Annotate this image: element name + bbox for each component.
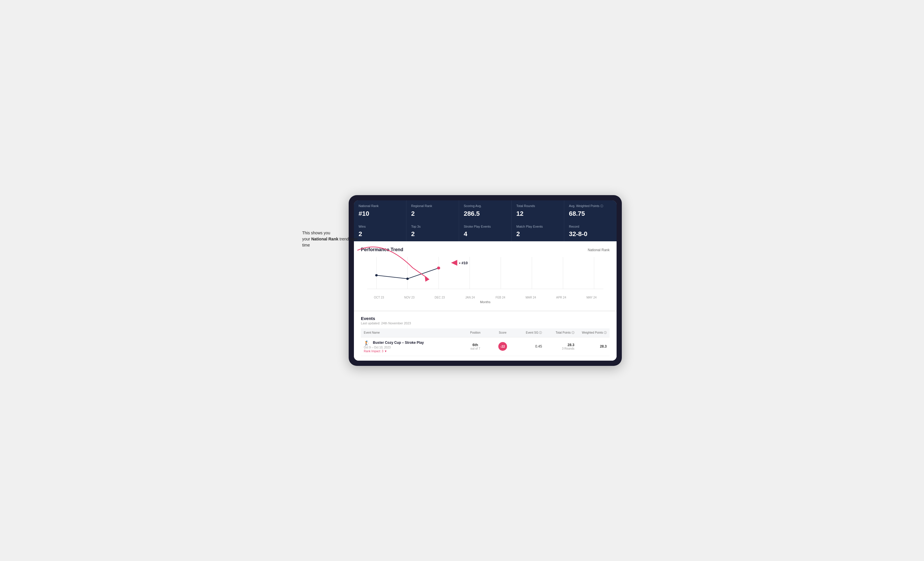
x-label-apr24: APR 24: [546, 296, 576, 299]
svg-text:• #10: • #10: [459, 261, 468, 265]
event-score-badge: -22: [498, 342, 507, 351]
stats-row-1: National Rank #10 Regional Rank 2 Scorin…: [354, 200, 616, 221]
stat-top3s: Top 3s 2: [406, 221, 459, 241]
col-header-score: Score: [490, 328, 515, 337]
events-subtitle: Last updated: 24th November 2023: [361, 322, 610, 325]
event-name: Buster Cozy Cup – Stroke Play: [373, 341, 424, 345]
col-header-event: Event Name: [361, 328, 460, 337]
col-header-weighted-points: Weighted Points ⓘ: [578, 328, 610, 337]
performance-title: Performance Trend: [361, 247, 403, 252]
event-position-cell: 6th out of 7: [460, 337, 490, 356]
x-label-feb24: FEB 24: [485, 296, 516, 299]
stats-row-2: Wins 2 Top 3s 2 Stroke Play Events 4 Mat…: [354, 221, 616, 241]
x-label-may24: MAY 24: [576, 296, 607, 299]
x-label-oct23: OCT 23: [364, 296, 394, 299]
info-icon: ⓘ: [600, 204, 603, 208]
performance-header: Performance Trend National Rank: [361, 247, 610, 252]
events-section: Events Last updated: 24th November 2023 …: [354, 311, 616, 361]
stat-scoring-avg: Scoring Avg. 286.5: [459, 200, 512, 221]
tablet-screen: National Rank #10 Regional Rank 2 Scorin…: [354, 200, 616, 361]
event-total-rounds: 3 Rounds: [548, 347, 574, 350]
event-total-points-cell: 28.3 3 Rounds: [545, 337, 577, 356]
stat-wins: Wins 2: [354, 221, 406, 241]
events-title: Events: [361, 316, 610, 321]
event-name-cell: 🏌️ Buster Cozy Cup – Stroke Play Oct 9 –…: [361, 337, 460, 356]
event-sg-cell: 0.45: [515, 337, 545, 356]
svg-point-10: [375, 274, 378, 277]
stat-national-rank: National Rank #10: [354, 200, 406, 221]
event-date: Oct 9 – Oct 10, 2023: [364, 346, 458, 349]
col-header-position: Position: [460, 328, 490, 337]
event-total-points: 28.3: [548, 343, 574, 347]
x-label-mar24: MAR 24: [516, 296, 546, 299]
stat-regional-rank: Regional Rank 2: [406, 200, 459, 221]
chart-x-labels: OCT 23 NOV 23 DEC 23 JAN 24 FEB 24 MAR 2…: [361, 296, 610, 299]
tablet-frame: National Rank #10 Regional Rank 2 Scorin…: [349, 195, 622, 366]
events-table: Event Name Position Score Event SG ⓘ Tot…: [361, 328, 610, 356]
chart-x-axis-title: Months: [361, 300, 610, 304]
performance-label: National Rank: [588, 248, 610, 252]
stat-avg-weighted-points: Avg. Weighted Points ⓘ 68.75: [564, 200, 616, 221]
stat-total-rounds: Total Rounds 12: [512, 200, 564, 221]
events-table-header-row: Event Name Position Score Event SG ⓘ Tot…: [361, 328, 610, 337]
event-weighted-points-cell: 28.3: [578, 337, 610, 356]
svg-point-11: [406, 278, 409, 280]
x-label-nov23: NOV 23: [394, 296, 425, 299]
col-header-sg: Event SG ⓘ: [515, 328, 545, 337]
page-wrapper: This shows you your National Rank trend …: [302, 195, 622, 366]
event-icon: 🏌️: [364, 341, 370, 346]
rank-impact: Rank Impact: 3 ▼: [364, 350, 458, 353]
event-sg-value: 0.45: [535, 344, 542, 349]
event-weighted-points: 28.3: [600, 344, 607, 349]
performance-section: Performance Trend National Rank: [354, 241, 616, 311]
event-score-cell: -22: [490, 337, 515, 356]
events-table-header: Event Name Position Score Event SG ⓘ Tot…: [361, 328, 610, 337]
performance-chart: • #10: [361, 257, 610, 295]
stat-match-play-events: Match Play Events 2: [512, 221, 564, 241]
stat-record: Record 32-8-0: [564, 221, 616, 241]
event-position: 6th: [463, 343, 487, 347]
svg-point-12: [437, 266, 440, 269]
chart-svg: • #10: [361, 257, 610, 295]
x-label-jan24: JAN 24: [455, 296, 486, 299]
event-row-0: 🏌️ Buster Cozy Cup – Stroke Play Oct 9 –…: [361, 337, 610, 356]
events-table-body: 🏌️ Buster Cozy Cup – Stroke Play Oct 9 –…: [361, 337, 610, 356]
stat-stroke-play-events: Stroke Play Events 4: [459, 221, 512, 241]
svg-marker-13: [451, 260, 457, 266]
event-position-sub: out of 7: [463, 347, 487, 350]
x-label-dec23: DEC 23: [424, 296, 455, 299]
col-header-total-points: Total Points ⓘ: [545, 328, 577, 337]
annotation-text: This shows you your National Rank trend …: [302, 230, 360, 248]
